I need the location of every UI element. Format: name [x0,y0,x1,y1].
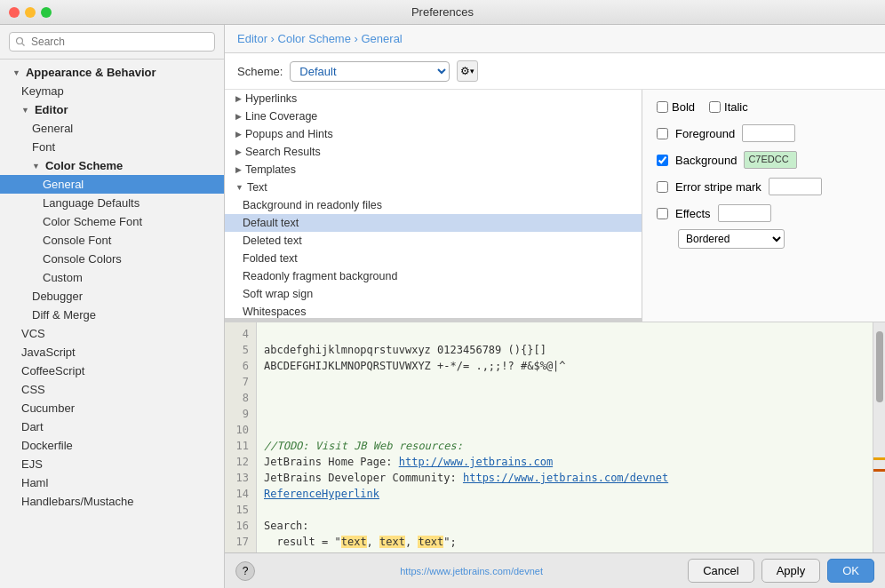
tree-item-popups[interactable]: ▶ Popups and Hints [225,125,642,143]
code-line: abcdefghijklmnopqrstuvwxyz 0123456789 ()… [264,342,865,358]
reference-hyperlink[interactable]: ReferenceHyperlink [264,488,379,500]
bold-checkbox[interactable] [657,101,668,113]
highlighted-text: text [418,536,443,548]
tree-panel: ▶ Hyperlinks ▶ Line Coverage ▶ Popups an… [225,90,642,322]
foreground-checkbox[interactable] [657,128,668,139]
ok-button[interactable]: OK [827,559,874,583]
line-numbers: 4 5 6 7 8 9 10 11 12 13 14 15 16 17 18 1… [225,322,257,552]
expand-icon: ▼ [12,68,20,77]
breadcrumb: Editor › Color Scheme › General [225,25,885,53]
close-button[interactable] [9,7,20,18]
sidebar-item-language-defaults[interactable]: Language Defaults [0,194,224,212]
bordered-select[interactable]: Bordered [678,229,785,249]
tree-item-readonly-fragment[interactable]: Readonly fragment background [225,267,642,285]
tree-item-deleted-text[interactable]: Deleted text [225,232,642,250]
sidebar-item-diff-merge[interactable]: Diff & Merge [0,306,224,324]
effects-label: Effects [675,207,711,220]
sidebar-item-coffeescript[interactable]: CoffeeScript [0,362,224,380]
effects-color-swatch[interactable] [718,204,771,222]
expand-icon: ▼ [32,162,40,171]
sidebar-item-javascript[interactable]: JavaScript [0,343,224,362]
tree-item-templates[interactable]: ▶ Templates [225,161,642,179]
code-line-link: JetBrains Home Page: http://www.jetbrain… [264,454,865,470]
search-input[interactable] [9,32,215,52]
effects-checkbox[interactable] [657,208,668,219]
tree-item-whitespaces[interactable]: Whitespaces [225,303,642,318]
expand-icon: ▶ [235,165,242,174]
foreground-color-swatch[interactable] [742,124,795,142]
color-tree: ▶ Hyperlinks ▶ Line Coverage ▶ Popups an… [225,90,642,318]
background-checkbox[interactable] [657,155,668,166]
bold-label: Bold [672,100,695,114]
code-line-comment: //TODO: Visit JB Web resources: [264,438,865,454]
apply-button[interactable]: Apply [761,559,821,583]
sidebar-item-custom[interactable]: Custom [0,268,224,287]
scheme-settings-button[interactable]: ⚙ ▾ [457,60,478,82]
sidebar-item-dart[interactable]: Dart [0,417,224,436]
sidebar-item-handlebars[interactable]: Handlebars/Mustache [0,492,224,511]
sidebar-item-editor[interactable]: ▼ Editor [0,100,224,119]
sidebar-item-vcs[interactable]: VCS [0,324,224,343]
background-row: Background C7EDCC [657,151,871,169]
sidebar-item-debugger[interactable]: Debugger [0,287,224,306]
effects-row: Effects [657,204,871,222]
scroll-marker-orange [873,469,885,472]
code-line: ABCDEFGHIJKLMNOPQRSTUVWXYZ +-*/= .,;;!? … [264,358,865,374]
foreground-label: Foreground [675,127,735,140]
code-line [264,406,865,422]
tree-item-hyperlinks[interactable]: ▶ Hyperlinks [225,90,642,107]
search-box [0,25,224,60]
settings-panel: Bold Italic Foreground Background [642,90,885,322]
tree-item-text[interactable]: ▼ Text [225,179,642,196]
tree-item-soft-wrap[interactable]: Soft wrap sign [225,285,642,303]
bold-italic-row: Bold Italic [657,100,871,114]
sidebar-item-css[interactable]: CSS [0,380,224,399]
tree-item-folded-text[interactable]: Folded text [225,250,642,267]
scheme-select[interactable]: Default [290,61,450,82]
tree-item-default-text[interactable]: Default text [225,214,642,232]
sidebar-item-font[interactable]: Font [0,138,224,156]
highlighted-text: text [379,536,405,548]
sidebar-item-cucumber[interactable]: Cucumber [0,399,224,417]
sidebar-item-color-scheme-font[interactable]: Color Scheme Font [0,212,224,231]
sidebar-item-console-font[interactable]: Console Font [0,231,224,250]
bold-checkbox-group: Bold [657,100,695,114]
sidebar-item-console-colors[interactable]: Console Colors [0,250,224,268]
italic-checkbox[interactable] [709,101,721,113]
middle-section: ▶ Hyperlinks ▶ Line Coverage ▶ Popups an… [225,90,885,322]
error-stripe-checkbox[interactable] [657,181,668,193]
sidebar-item-dockerfile[interactable]: Dockerfile [0,436,224,455]
hyperlink[interactable]: https://www.jetbrains.com/devnet [463,472,668,484]
error-stripe-row: Error stripe mark [657,178,871,195]
scroll-thumb[interactable] [876,331,883,402]
maximize-button[interactable] [41,7,52,18]
sidebar-item-color-scheme[interactable]: ▼ Color Scheme [0,156,224,175]
expand-icon: ▶ [235,94,242,103]
cancel-button[interactable]: Cancel [688,559,753,583]
url-hint: https://www.jetbrains.com/devnet [400,566,543,576]
sidebar-item-keymap[interactable]: Keymap [0,82,224,100]
hyperlink[interactable]: http://www.jetbrains.com [399,456,553,468]
sidebar-item-appearance-behavior[interactable]: ▼ Appearance & Behavior [0,63,224,82]
scheme-label: Scheme: [237,65,283,78]
tree-item-bg-readonly[interactable]: Background in readonly files [225,196,642,214]
sidebar-item-general[interactable]: General [0,119,224,138]
code-line [264,326,865,342]
minimize-button[interactable] [25,7,36,18]
error-stripe-color-swatch[interactable] [769,178,822,195]
background-label: Background [675,154,737,167]
window-title: Preferences [411,5,474,19]
background-color-swatch[interactable]: C7EDCC [744,151,797,169]
sidebar-item-cs-general[interactable]: General [0,175,224,194]
code-line [264,422,865,438]
code-line [264,374,865,390]
code-preview: abcdefghijklmnopqrstuvwxyz 0123456789 ()… [257,322,873,552]
expand-icon: ▼ [235,183,243,192]
sidebar-item-ejs[interactable]: EJS [0,455,224,473]
sidebar-item-haml[interactable]: Haml [0,473,224,492]
tree-item-line-coverage[interactable]: ▶ Line Coverage [225,107,642,125]
tree-item-search-results[interactable]: ▶ Search Results [225,143,642,161]
scrollbar[interactable] [873,322,885,552]
help-button[interactable]: ? [235,561,255,581]
preview-area: 4 5 6 7 8 9 10 11 12 13 14 15 16 17 18 1… [225,322,885,552]
